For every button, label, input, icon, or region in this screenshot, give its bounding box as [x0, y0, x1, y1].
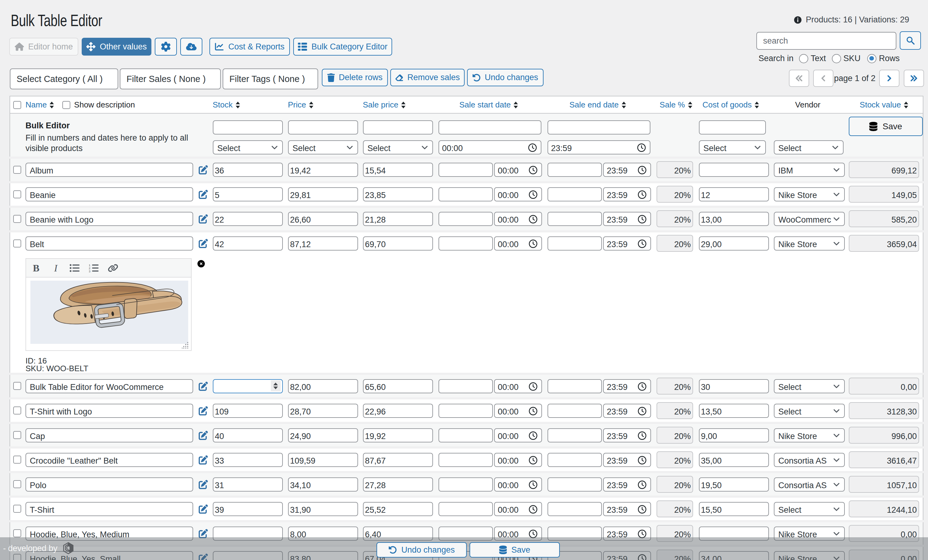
svg-text:3: 3: [89, 269, 90, 272]
